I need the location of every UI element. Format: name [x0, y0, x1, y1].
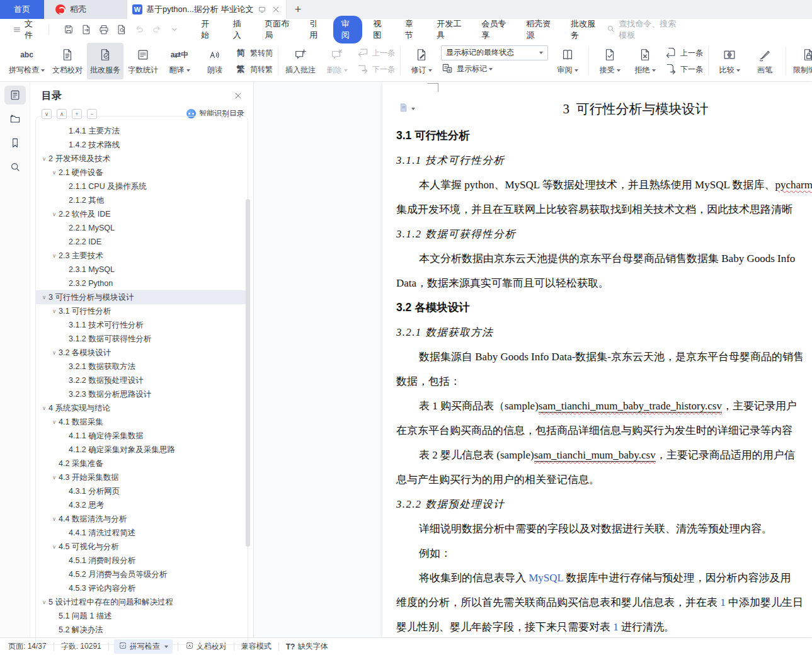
- menu-references[interactable]: 引用: [301, 16, 330, 43]
- toc-item[interactable]: ∨4 系统实现与结论: [36, 401, 248, 415]
- toc-item[interactable]: 1.4.2 技术路线: [36, 138, 248, 152]
- doc-heading[interactable]: 3.2.1 数据获取方法: [396, 320, 812, 345]
- toc-chevron-icon[interactable]: ∨: [40, 405, 49, 411]
- traditional-to-simplified-button[interactable]: 简繁转简: [234, 45, 273, 61]
- doc-line[interactable]: 详细说明数据分析中需要的字段以及对数据进行关联、清洗等预处理内容。: [396, 516, 812, 541]
- toc-item[interactable]: ∨2.1 硬件设备: [36, 166, 248, 179]
- reject-change-button[interactable]: 拒绝: [628, 43, 662, 79]
- file-menu-button[interactable]: 文件: [8, 18, 43, 41]
- toc-item[interactable]: 5.2 解决办法: [36, 623, 248, 637]
- toc-item[interactable]: 3.2.1 数据获取方法: [36, 360, 248, 373]
- toc-chevron-icon[interactable]: ∨: [50, 419, 59, 425]
- toc-item[interactable]: ∨3 可行性分析与模块设计: [36, 290, 248, 304]
- close-tab-icon[interactable]: [271, 4, 281, 14]
- toc-item[interactable]: ∨4.3 开始采集数据: [36, 470, 248, 484]
- toc-item[interactable]: ∨5 设计过程中存在的问题和解决过程: [36, 595, 248, 609]
- toc-item[interactable]: 3.2.3 数据分析思路设计: [36, 387, 248, 401]
- track-changes-button[interactable]: 修订: [404, 43, 438, 79]
- doc-line[interactable]: 数据，包括：: [396, 369, 812, 394]
- print-preview-icon[interactable]: [113, 22, 130, 37]
- menu-page-layout[interactable]: 页面布局: [256, 16, 299, 43]
- toc-item[interactable]: 3.2.2 数据预处理设计: [36, 373, 248, 387]
- compare-button[interactable]: 比较: [712, 43, 746, 79]
- save-icon[interactable]: [60, 22, 77, 37]
- toc-item[interactable]: ∨3.1 可行性分析: [36, 304, 248, 318]
- prev-comment-button[interactable]: 上一条: [357, 45, 395, 61]
- toc-item[interactable]: 3.1.2 数据可获得性分析: [36, 332, 248, 346]
- toc-item[interactable]: 2.3.1 MySQL: [36, 263, 248, 276]
- doc-line[interactable]: Data，数据来源真实可靠而且可以轻松获取。: [396, 271, 812, 295]
- toc-item[interactable]: ∨3.2 各模块设计: [36, 346, 248, 360]
- accept-change-button[interactable]: 接受: [593, 43, 627, 79]
- doc-line[interactable]: 本人掌握 python、MySQL 等数据处理技术，并且熟练使用 MySQL 数…: [396, 173, 812, 197]
- toc-item[interactable]: 4.3.2 思考: [36, 498, 248, 512]
- toc-item[interactable]: ∨2.2 软件及 IDE: [36, 207, 248, 221]
- toc-item[interactable]: 1.4.1 主要方法: [36, 124, 248, 138]
- markup-state-select[interactable]: 显示标记的最终状态: [441, 45, 548, 60]
- menu-sections[interactable]: 章节: [397, 16, 426, 43]
- menu-start[interactable]: 开始: [193, 16, 222, 43]
- bookmark-panel-icon[interactable]: [4, 134, 26, 152]
- toc-item[interactable]: ∨2.3 主要技术: [36, 249, 248, 263]
- toc-item[interactable]: 4.5.1 消费时段分析: [36, 554, 248, 567]
- comments-panel-icon[interactable]: [4, 110, 26, 128]
- command-search[interactable]: 查找命令、搜索模板: [606, 18, 682, 41]
- word-count-button[interactable]: 字数统计: [125, 43, 161, 79]
- toc-chevron-icon[interactable]: ∨: [40, 599, 49, 605]
- doc-heading[interactable]: 3.2.2 数据预处理设计: [396, 492, 812, 516]
- toc-chevron-icon[interactable]: ∨: [50, 516, 59, 522]
- toc-item[interactable]: ∨4.4 数据清洗与分析: [36, 512, 248, 526]
- doc-title[interactable]: 3 可行性分析与模块设计: [396, 94, 812, 123]
- toc-item[interactable]: 2.1.1 CPU 及操作系统: [36, 179, 248, 193]
- insert-comment-button[interactable]: 插入批注: [282, 43, 319, 79]
- menu-insert[interactable]: 插入: [225, 16, 254, 43]
- prev-change-button[interactable]: 上一条: [665, 45, 703, 61]
- spell-check-button[interactable]: abc拼写检查: [6, 43, 48, 79]
- menu-dev-tools[interactable]: 开发工具: [428, 16, 471, 43]
- doc-line[interactable]: 将收集到的信息表导入 MySQL 数据库中进行存储与预处理，因分析内容涉及用: [396, 566, 812, 590]
- doc-line[interactable]: 数据集源自 Baby Goods Info Data-数据集-京东云天池，是京东…: [396, 345, 812, 369]
- toc-item[interactable]: 2.2.1 MySQL: [36, 221, 248, 235]
- show-markup-button[interactable]: 显示标记: [441, 60, 548, 77]
- doc-line[interactable]: 本文分析数据由京东云天池提供的京东平台母婴商品销售数据集 Baby Goods …: [396, 246, 812, 271]
- undo-icon[interactable]: [131, 22, 147, 37]
- delete-comment-button[interactable]: 删除: [320, 43, 354, 79]
- toc-chevron-icon[interactable]: ∨: [50, 308, 59, 314]
- menu-docer-resources[interactable]: 稻壳资源: [518, 16, 560, 43]
- doc-line[interactable]: 表 1 购买商品表（sample)sam_tianchi_mum_baby_tr…: [396, 394, 812, 418]
- menu-view[interactable]: 视图: [365, 16, 394, 43]
- doc-heading[interactable]: 3.2 各模块设计: [396, 295, 812, 320]
- print-icon[interactable]: [96, 22, 112, 37]
- doc-line[interactable]: 婴儿性别、婴儿年龄字段，接下来只需要对表 1 进行清洗。: [396, 615, 812, 637]
- outline-panel-icon[interactable]: [4, 86, 26, 105]
- toc-item[interactable]: 4.1.1 确定待采集数据: [36, 429, 248, 443]
- ink-brush-button[interactable]: 画笔: [748, 43, 782, 79]
- toc-item[interactable]: 4.3.1 分析网页: [36, 484, 248, 498]
- doc-proofread-button[interactable]: 文档校对: [49, 43, 86, 79]
- toc-item[interactable]: 4.2 采集准备: [36, 457, 248, 470]
- toc-item[interactable]: ∨2 开发环境及技术: [36, 152, 248, 166]
- toc-item[interactable]: ∨4.1 数据采集: [36, 415, 248, 429]
- home-tab[interactable]: 首页: [0, 0, 44, 19]
- export-icon[interactable]: [78, 22, 94, 37]
- toc-item[interactable]: 4.1.2 确定采集对象及采集思路: [36, 443, 248, 457]
- doc-heading[interactable]: 3.1.1 技术可行性分析: [396, 148, 812, 173]
- doc-heading[interactable]: 3.1.2 数据可获得性分析: [396, 222, 812, 246]
- toc-item[interactable]: 4.4.1 清洗过程简述: [36, 526, 248, 540]
- toc-chevron-icon[interactable]: ∨: [50, 211, 59, 217]
- menu-review[interactable]: 审阅: [333, 16, 362, 43]
- review-button[interactable]: 审阅: [551, 43, 585, 79]
- doc-line[interactable]: 集成开发环境，并且在互联网上比较容易获取找到相关技术文档，因此技术思路清晰: [396, 197, 812, 222]
- translate-button[interactable]: a⇄中翻译: [163, 43, 197, 79]
- read-aloud-button[interactable]: 朗读: [198, 43, 232, 79]
- doc-line[interactable]: 例如：: [396, 541, 812, 566]
- toc-chevron-icon[interactable]: ∨: [50, 474, 59, 481]
- toc-item[interactable]: 5.1 问题 1 描述: [36, 609, 248, 623]
- float-window-icon[interactable]: [257, 4, 267, 14]
- toc-item[interactable]: 3.1.1 技术可行性分析: [36, 318, 248, 332]
- correction-service-button[interactable]: 批改服务: [87, 43, 123, 79]
- doc-line[interactable]: 在京东平台购买商品的信息，包括商品详细信息与购买行为发生时的详细记录等内容: [396, 418, 812, 443]
- menu-correction-service[interactable]: 批改服务: [563, 16, 605, 43]
- toc-scrollbar[interactable]: [246, 199, 250, 547]
- toc-close-icon[interactable]: [233, 91, 244, 102]
